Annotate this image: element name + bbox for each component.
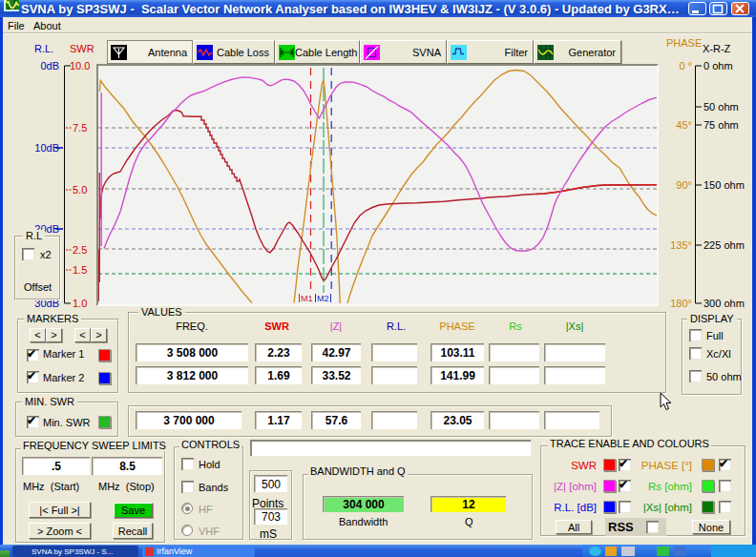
svg-text:M2: M2: [317, 294, 329, 303]
svg-text:M1: M1: [301, 294, 313, 303]
